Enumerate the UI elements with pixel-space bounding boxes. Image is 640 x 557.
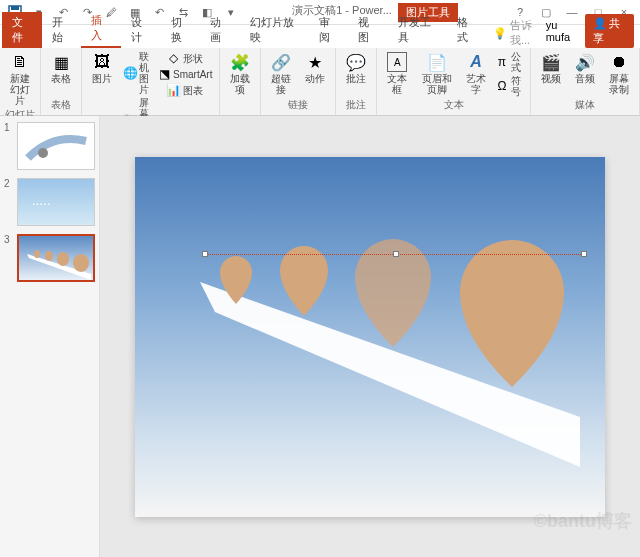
- tab-devtools[interactable]: 开发工具: [388, 12, 447, 48]
- group-text-label: 文本: [444, 98, 464, 113]
- tab-animation[interactable]: 动画: [200, 12, 240, 48]
- svg-point-4: [34, 250, 40, 258]
- svg-point-2: [38, 148, 48, 158]
- slide-content[interactable]: [135, 157, 605, 517]
- header-footer-button[interactable]: 📄页眉和页脚: [415, 50, 458, 97]
- group-comments: 💬批注 批注: [336, 48, 377, 115]
- bulb-icon: 💡: [493, 27, 507, 40]
- tab-format[interactable]: 格式: [447, 12, 487, 48]
- selection-handle-right[interactable]: [581, 251, 587, 257]
- wordart-button[interactable]: A艺术字: [460, 50, 492, 97]
- thumb-row-2[interactable]: 2 • • • • •: [4, 178, 95, 226]
- group-images: 🖼图片 🌐联机图片 📷屏幕截图 📖相册 ◇形状 ⬔SmartArt 📊图表 图象: [82, 48, 220, 115]
- tab-insert[interactable]: 插入: [81, 10, 121, 48]
- group-links-label: 链接: [288, 98, 308, 113]
- action-button[interactable]: ★动作: [299, 50, 331, 86]
- tab-home[interactable]: 开始: [42, 12, 82, 48]
- svg-point-5: [45, 251, 53, 261]
- selection-handle-left[interactable]: [202, 251, 208, 257]
- smartart-button[interactable]: ⬔SmartArt: [154, 66, 215, 82]
- textbox-button[interactable]: A文本框: [381, 50, 413, 97]
- chart-button[interactable]: 📊图表: [154, 82, 215, 98]
- thumb-num-3: 3: [4, 234, 14, 282]
- online-picture-button[interactable]: 🌐联机图片: [120, 50, 152, 96]
- group-text: A文本框 📄页眉和页脚 A艺术字 π公式 Ω符号 文本: [377, 48, 531, 115]
- selection-handle-mid[interactable]: [393, 251, 399, 257]
- symbol-button[interactable]: Ω符号: [494, 74, 526, 98]
- equation-button[interactable]: π公式: [494, 50, 526, 74]
- tab-design[interactable]: 设计: [121, 12, 161, 48]
- addins-button[interactable]: 🧩加载项: [224, 50, 256, 97]
- thumb-1[interactable]: [17, 122, 95, 170]
- audio-button[interactable]: 🔊音频: [569, 50, 601, 86]
- thumb-2[interactable]: • • • • •: [17, 178, 95, 226]
- tab-review[interactable]: 审阅: [309, 12, 349, 48]
- video-button[interactable]: 🎬视频: [535, 50, 567, 86]
- thumb-row-3[interactable]: 3: [4, 234, 95, 282]
- svg-rect-1: [11, 6, 19, 10]
- tab-file[interactable]: 文件: [2, 12, 42, 48]
- svg-point-6: [57, 252, 69, 266]
- ribbon-tabs: 文件 开始 插入 设计 切换 动画 幻灯片放映 审阅 视图 开发工具 格式 💡告…: [0, 25, 640, 48]
- group-media-label: 媒体: [575, 98, 595, 113]
- tab-transition[interactable]: 切换: [161, 12, 201, 48]
- thumb-num-2: 2: [4, 178, 14, 226]
- ribbon: 🗎新建幻灯片 幻灯片 ▦表格 表格 🖼图片 🌐联机图片 📷屏幕截图 📖相册 ◇形…: [0, 48, 640, 116]
- share-button[interactable]: 👤共享: [585, 14, 634, 48]
- tell-me-search[interactable]: 💡告诉我...: [493, 18, 546, 48]
- tell-me-label: 告诉我...: [510, 18, 546, 48]
- comment-button[interactable]: 💬批注: [340, 50, 372, 86]
- group-tables-label: 表格: [51, 98, 71, 113]
- thumb-3[interactable]: [17, 234, 95, 282]
- new-slide-button[interactable]: 🗎新建幻灯片: [4, 50, 36, 108]
- tab-slideshow[interactable]: 幻灯片放映: [240, 12, 309, 48]
- slide-thumbnails: 1 2 • • • • • 3: [0, 116, 100, 557]
- tab-view[interactable]: 视图: [348, 12, 388, 48]
- shapes-button[interactable]: ◇形状: [154, 50, 215, 66]
- user-name[interactable]: yu mufa: [546, 19, 580, 43]
- pin-2: [280, 246, 328, 316]
- user-area: yu mufa 👤共享: [546, 14, 638, 48]
- hyperlink-button[interactable]: 🔗超链接: [265, 50, 297, 97]
- thumb-row-1[interactable]: 1: [4, 122, 95, 170]
- group-media: 🎬视频 🔊音频 ⏺屏幕录制 媒体: [531, 48, 640, 115]
- group-links: 🔗超链接 ★动作 链接: [261, 48, 336, 115]
- screen-record-button[interactable]: ⏺屏幕录制: [603, 50, 635, 97]
- pin-4: [460, 240, 564, 387]
- group-slides: 🗎新建幻灯片 幻灯片: [0, 48, 41, 115]
- group-tables: ▦表格 表格: [41, 48, 82, 115]
- workspace: 1 2 • • • • • 3: [0, 116, 640, 557]
- group-addins: 🧩加载项: [220, 48, 261, 115]
- table-button[interactable]: ▦表格: [45, 50, 77, 86]
- thumb-num-1: 1: [4, 122, 14, 170]
- canvas-area[interactable]: [100, 116, 640, 557]
- picture-button[interactable]: 🖼图片: [86, 50, 118, 86]
- slide-canvas[interactable]: [135, 157, 605, 517]
- group-comments-label: 批注: [346, 98, 366, 113]
- svg-point-7: [73, 254, 89, 272]
